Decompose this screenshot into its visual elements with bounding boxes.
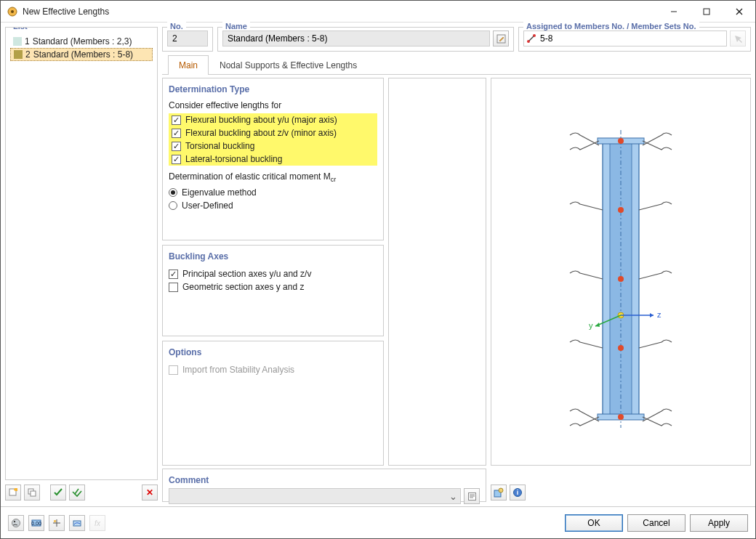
svg-text:0,00: 0,00 — [31, 521, 41, 526]
chk-label: Import from Stability Analysis — [182, 365, 294, 375]
chk-label: Flexural buckling about z/v (minor axis) — [185, 128, 337, 138]
svg-point-35 — [499, 488, 503, 493]
pick-member-button — [730, 31, 746, 46]
bax-title: Buckling Axes — [169, 251, 377, 262]
svg-point-20 — [618, 276, 624, 282]
svg-point-19 — [618, 207, 624, 213]
svg-point-38 — [12, 519, 20, 527]
checkbox-flex-zv[interactable] — [172, 129, 181, 138]
radio-eigenvalue[interactable] — [169, 188, 177, 197]
tab-nodal[interactable]: Nodal Supports & Effective Lengths — [209, 55, 368, 75]
new-button[interactable] — [5, 485, 21, 500]
fx2-button[interactable] — [69, 515, 85, 531]
color-swatch — [14, 50, 23, 59]
consider-label: Consider effective lengths for — [169, 100, 377, 110]
options-panel: Options Import from Stability Analysis — [162, 341, 384, 466]
check-single-button[interactable] — [50, 485, 66, 500]
color-swatch — [13, 37, 22, 46]
apply-button[interactable]: Apply — [690, 514, 748, 532]
minimize-button[interactable] — [657, 1, 690, 22]
no-input[interactable] — [167, 31, 208, 46]
help-button[interactable] — [8, 515, 24, 531]
svg-rect-44 — [54, 520, 56, 522]
svg-point-22 — [618, 414, 624, 420]
checkbox-flex-yu[interactable] — [172, 115, 181, 125]
maximize-button[interactable] — [690, 1, 723, 22]
opts-title: Options — [169, 347, 377, 357]
mcr-label: Determination of elastic critical moment… — [169, 171, 377, 183]
window-title: New Effective Lengths — [23, 7, 657, 17]
svg-point-1 — [11, 10, 14, 13]
det-title: Determination Type — [169, 84, 377, 94]
svg-text:fx: fx — [94, 519, 101, 527]
footer: 0,00 fx OK Cancel Apply — [1, 506, 755, 538]
svg-point-18 — [618, 138, 624, 144]
svg-point-21 — [618, 345, 624, 351]
no-label: No. — [167, 22, 186, 31]
svg-rect-3 — [704, 9, 709, 15]
delete-button[interactable]: ✕ — [142, 485, 158, 500]
list-panel: List 1 Standard (Members : 2,3) 2 Standa… — [5, 27, 158, 480]
svg-line-12 — [529, 36, 534, 41]
comment-dropdown[interactable] — [169, 488, 461, 504]
preview-settings-button[interactable] — [491, 485, 507, 500]
comment-edit-button[interactable] — [464, 488, 480, 504]
svg-text:z: z — [657, 310, 662, 319]
assigned-label: Assigned to Members No. / Member Sets No… — [523, 22, 699, 31]
member-icon — [526, 33, 536, 46]
checkbox-lateral-torsional[interactable] — [172, 155, 181, 164]
assigned-box: Assigned to Members No. / Member Sets No… — [518, 27, 751, 52]
checkbox-principal-axes[interactable] — [169, 270, 178, 279]
list-item-label: Standard (Members : 2,3) — [33, 36, 132, 46]
radio-label: User-Defined — [182, 200, 233, 211]
checkbox-geometric-axes[interactable] — [169, 283, 178, 292]
name-box: Name — [217, 27, 514, 52]
list-item-label: Standard (Members : 5-8) — [33, 49, 133, 60]
close-button[interactable] — [723, 1, 755, 22]
list-item[interactable]: 1 Standard (Members : 2,3) — [10, 35, 153, 48]
svg-point-39 — [14, 520, 15, 522]
svg-text:y: y — [589, 321, 593, 330]
app-icon — [7, 6, 18, 17]
units-button[interactable]: 0,00 — [28, 515, 44, 531]
fx1-button[interactable] — [49, 515, 65, 531]
preview-panel: z y — [491, 78, 751, 466]
svg-marker-27 — [595, 323, 600, 327]
comment-title: Comment — [169, 475, 480, 485]
chk-label: Lateral-torsional buckling — [185, 154, 282, 164]
assigned-input[interactable] — [523, 31, 727, 46]
tab-main[interactable]: Main — [168, 55, 209, 75]
list-item[interactable]: 2 Standard (Members : 5-8) — [10, 48, 153, 61]
list-label: List — [10, 27, 31, 31]
chk-label: Flexural buckling about y/u (major axis) — [185, 115, 337, 125]
name-label: Name — [222, 22, 250, 31]
determination-panel: Determination Type Consider effective le… — [162, 78, 384, 240]
edit-name-button[interactable] — [493, 31, 509, 46]
beam-preview: z y — [526, 97, 715, 446]
checkbox-torsional[interactable] — [172, 142, 181, 151]
list-item-num: 2 — [25, 49, 31, 60]
name-input[interactable] — [222, 31, 490, 46]
chk-label: Torsional buckling — [185, 141, 254, 151]
fx3-button: fx — [89, 515, 105, 531]
svg-rect-8 — [31, 491, 36, 496]
list-item-num: 1 — [25, 36, 30, 46]
check-all-button[interactable] — [69, 485, 85, 500]
buckling-axes-panel: Buckling Axes Principal section axes y/u… — [162, 245, 384, 336]
comment-panel: Comment — [162, 469, 486, 502]
svg-marker-25 — [650, 313, 654, 317]
checkbox-import-stability — [169, 365, 178, 375]
ok-button[interactable]: OK — [565, 514, 623, 532]
tabs: Main Nodal Supports & Effective Lengths — [162, 54, 751, 75]
middle-panel — [388, 78, 486, 466]
chk-label: Geometric section axes y and z — [182, 282, 304, 292]
number-box: No. — [162, 27, 213, 52]
radio-user-defined[interactable] — [169, 201, 177, 210]
chk-label: Principal section axes y/u and z/v — [182, 269, 311, 279]
radio-label: Eigenvalue method — [182, 187, 257, 198]
preview-info-button[interactable]: i — [510, 485, 526, 500]
copy-button[interactable] — [24, 485, 40, 500]
cancel-button[interactable]: Cancel — [627, 514, 685, 532]
svg-text:i: i — [517, 489, 519, 496]
titlebar: New Effective Lengths — [1, 1, 755, 23]
